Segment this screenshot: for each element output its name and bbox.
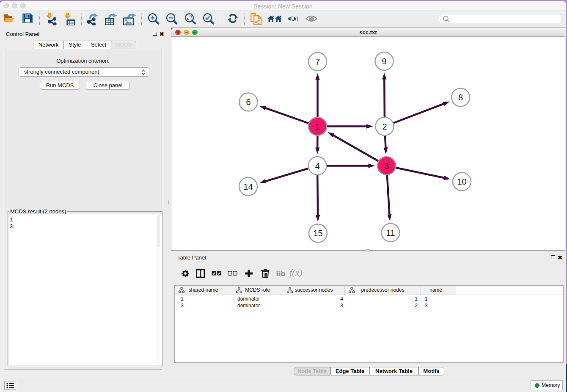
svg-text:14: 14 <box>243 182 253 191</box>
svg-text:1: 1 <box>315 122 320 131</box>
svg-text:4: 4 <box>315 161 319 171</box>
svg-text:15: 15 <box>313 229 322 238</box>
svg-text:10: 10 <box>457 177 466 186</box>
svg-text:6: 6 <box>246 97 250 107</box>
svg-text:2: 2 <box>382 122 387 131</box>
svg-text:7: 7 <box>315 57 320 66</box>
svg-text:8: 8 <box>458 93 463 102</box>
svg-text:11: 11 <box>386 228 395 237</box>
svg-text:9: 9 <box>382 57 386 66</box>
svg-text:3: 3 <box>384 161 389 171</box>
